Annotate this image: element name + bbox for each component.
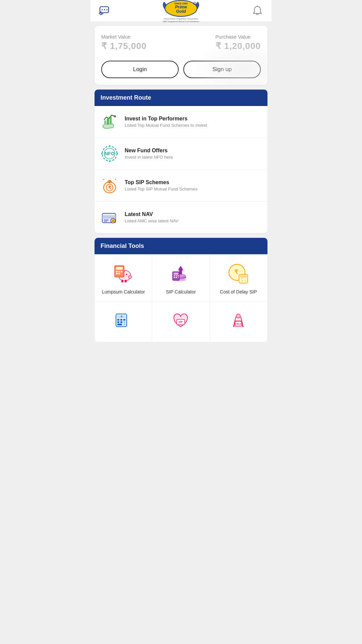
svg-point-87 <box>236 314 240 318</box>
tool-4-icon: ₹ <box>112 309 135 332</box>
svg-rect-62 <box>174 277 175 278</box>
sip-calculator-icon <box>169 262 192 285</box>
lumpsum-calculator-icon <box>112 262 135 285</box>
svg-rect-41 <box>121 280 123 282</box>
svg-rect-63 <box>176 277 177 278</box>
svg-point-2 <box>104 9 105 10</box>
route-title-sip: Top SIP Schemes <box>125 179 197 185</box>
tool-sip-calculator[interactable]: SIP Calculator <box>152 255 209 302</box>
login-button[interactable]: Login <box>101 61 179 78</box>
tool-item-4[interactable]: ₹ <box>95 302 152 342</box>
svg-rect-76 <box>117 319 119 321</box>
svg-text:SIP: SIP <box>179 320 183 323</box>
svg-text:×: × <box>241 279 243 282</box>
svg-rect-64 <box>178 277 179 278</box>
svg-rect-59 <box>174 275 175 276</box>
tool-cost-of-delay-sip[interactable]: ₹ + - × ÷ Cost of Delay SIP <box>210 255 267 302</box>
svg-point-15 <box>114 115 116 117</box>
investment-route-header: Investment Route <box>95 90 267 106</box>
svg-rect-45 <box>116 271 118 272</box>
svg-rect-61 <box>178 275 179 276</box>
market-value-amount: ₹ 1,75,000 <box>101 41 146 51</box>
route-subtitle-nfo: Invest in latest NFO here <box>125 155 173 160</box>
route-text-nav: Latest NAV Listed AMC wise latest NAV <box>125 211 178 223</box>
nfo-icon: NFO <box>100 144 119 163</box>
svg-text:₹: ₹ <box>234 269 238 275</box>
financial-tools-header: Financial Tools <box>95 238 267 254</box>
svg-rect-80 <box>120 321 122 323</box>
svg-rect-77 <box>120 319 122 321</box>
tool-6-icon: CALC <box>227 309 250 332</box>
svg-rect-48 <box>116 273 118 274</box>
investment-route-title: Investment Route <box>101 94 261 101</box>
svg-point-26 <box>109 181 111 183</box>
route-item-nav[interactable]: ₹ Latest NAV Listed AMC wise latest NAV <box>95 202 267 233</box>
tool-item-6[interactable]: CALC <box>210 302 267 342</box>
financial-tools-title: Financial Tools <box>101 243 261 250</box>
cost-of-delay-sip-label: Cost of Delay SIP <box>220 289 257 295</box>
svg-text:CALC: CALC <box>235 323 242 325</box>
svg-rect-78 <box>123 319 125 321</box>
lumpsum-calculator-label: Lumpsum Calculator <box>102 289 145 295</box>
svg-rect-82 <box>117 324 122 325</box>
svg-text:®: ® <box>194 3 195 5</box>
svg-point-22 <box>101 153 103 154</box>
svg-point-19 <box>109 145 110 147</box>
route-title-top-performers: Invest in Top Performers <box>125 116 207 122</box>
svg-rect-42 <box>125 280 127 282</box>
svg-point-27 <box>103 179 104 180</box>
svg-point-1 <box>102 9 103 10</box>
svg-point-3 <box>106 9 108 10</box>
svg-point-36 <box>126 274 127 275</box>
svg-point-20 <box>117 153 118 154</box>
svg-text:Gold: Gold <box>176 9 186 14</box>
route-subtitle-sip: Listed Top SIP Mutual Fund Schemes <box>125 186 197 192</box>
svg-rect-83 <box>123 324 125 325</box>
logo-subtitle: Invest Online | Paperless Transactions A… <box>163 18 199 23</box>
svg-rect-79 <box>117 321 119 323</box>
chat-icon[interactable] <box>97 3 112 18</box>
route-subtitle-top-performers: Listed Top Mutual Fund Schemes to Invest <box>125 123 207 128</box>
svg-point-21 <box>109 161 110 162</box>
market-value-card: Market Value ₹ 1,75,000 Purchase Value ₹… <box>95 26 267 85</box>
svg-rect-46 <box>118 271 120 272</box>
svg-text:÷: ÷ <box>244 279 246 282</box>
svg-point-39 <box>130 277 131 277</box>
svg-rect-12 <box>107 118 109 124</box>
route-text-nfo: New Fund Offers Invest in latest NFO her… <box>125 148 173 160</box>
svg-text:NFO: NFO <box>105 151 115 156</box>
route-item-top-performers[interactable]: Invest in Top Performers Listed Top Mutu… <box>95 106 267 138</box>
svg-rect-60 <box>176 275 177 276</box>
tool-5-icon: SIP <box>169 309 192 332</box>
sip-calculator-label: SIP Calculator <box>166 289 196 295</box>
sip-icon: ₹ <box>100 176 119 195</box>
svg-point-37 <box>128 276 132 278</box>
route-text-sip: Top SIP Schemes Listed Top SIP Mutual Fu… <box>125 179 197 192</box>
app-logo: SINCE 1994 Prime Gold ® Invest Online | … <box>159 0 203 23</box>
app-header: SINCE 1994 Prime Gold ® Invest Online | … <box>90 0 272 22</box>
route-title-nav: Latest NAV <box>125 211 178 217</box>
route-title-nfo: New Fund Offers <box>125 148 173 154</box>
top-performers-icon <box>100 112 119 131</box>
route-subtitle-nav: Listed AMC wise latest NAV <box>125 218 178 223</box>
svg-rect-49 <box>118 273 120 274</box>
notification-icon[interactable] <box>250 3 265 18</box>
route-text-top-performers: Invest in Top Performers Listed Top Mutu… <box>125 116 207 128</box>
svg-rect-58 <box>174 273 178 275</box>
market-value-block: Market Value ₹ 1,75,000 <box>101 34 146 51</box>
svg-point-38 <box>129 277 130 277</box>
market-value-label: Market Value <box>101 34 146 40</box>
tool-lumpsum-calculator[interactable]: Lumpsum Calculator <box>95 255 152 302</box>
svg-rect-47 <box>121 271 122 272</box>
svg-point-28 <box>115 179 116 180</box>
route-item-sip[interactable]: ₹ Top SIP Schemes Listed Top SIP Mutual … <box>95 170 267 202</box>
svg-rect-81 <box>123 321 125 323</box>
svg-rect-14 <box>104 120 106 124</box>
svg-rect-68 <box>240 275 247 277</box>
svg-rect-30 <box>102 215 116 219</box>
svg-rect-44 <box>116 267 123 270</box>
financial-tools-grid: Lumpsum Calculator <box>95 254 267 342</box>
tool-item-5[interactable]: SIP <box>152 302 209 342</box>
route-item-nfo[interactable]: NFO New Fund Offers Invest in latest NFO… <box>95 138 267 170</box>
svg-text:₹: ₹ <box>108 185 111 190</box>
